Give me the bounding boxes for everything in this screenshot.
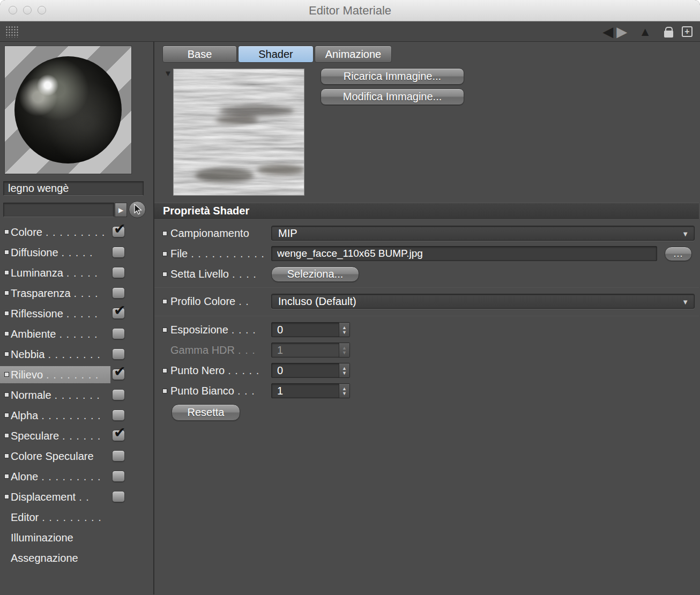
- forward-arrow-icon[interactable]: ▶: [616, 21, 627, 42]
- lock-icon[interactable]: [664, 31, 673, 38]
- punto-bianco-stepper[interactable]: 1 ▲▼: [271, 383, 350, 398]
- preset-menu-button[interactable]: ▶: [115, 203, 127, 217]
- zoom-button[interactable]: [38, 6, 46, 14]
- channel-checkbox[interactable]: ✔: [112, 369, 125, 380]
- channel-row-alpha[interactable]: Alpha. . . . . . . . .: [0, 405, 154, 426]
- separator: [154, 287, 699, 288]
- channel-checkbox[interactable]: [112, 471, 125, 482]
- channel-checkbox[interactable]: [112, 389, 125, 400]
- stepper-arrows[interactable]: ▲▼: [339, 384, 349, 398]
- edit-image-button[interactable]: Modifica Immagine...: [321, 88, 464, 105]
- channel-checkbox[interactable]: ✔: [112, 308, 125, 319]
- punto-nero-stepper[interactable]: 0 ▲▼: [271, 363, 350, 378]
- filter-input[interactable]: [3, 203, 114, 217]
- channel-mini-box[interactable]: [4, 311, 9, 316]
- seleziona-button[interactable]: Seleziona...: [271, 266, 359, 282]
- channel-checkbox[interactable]: [112, 287, 125, 299]
- channel-row-assegnazione[interactable]: Assegnazione: [0, 548, 154, 568]
- param-mini-box[interactable]: [162, 299, 167, 304]
- channel-label: Normale: [11, 389, 51, 401]
- palette-grip-icon[interactable]: [5, 26, 19, 38]
- channel-row-displacement[interactable]: Displacement. .: [0, 487, 154, 507]
- check-icon: ✔: [114, 303, 126, 317]
- channel-row-riflessione[interactable]: Riflessione. . . . . ✔: [0, 303, 154, 324]
- channel-label: Alone: [11, 471, 38, 482]
- esposizione-stepper[interactable]: 0 ▲▼: [271, 322, 350, 337]
- param-label: Setta Livello: [170, 268, 229, 280]
- channel-mini-box[interactable]: [4, 331, 9, 336]
- channel-row-alone[interactable]: Alone. . . . . . . . .: [0, 466, 154, 487]
- channel-row-colore-speculare[interactable]: Colore Speculare: [0, 446, 154, 466]
- spin-up-icon[interactable]: ▲: [342, 386, 347, 391]
- channel-row-colore[interactable]: Colore. . . . . . . . . ✔: [0, 222, 154, 242]
- channel-row-diffusione[interactable]: Diffusione. . . . .: [0, 242, 154, 263]
- channel-row-speculare[interactable]: Speculare. . . . . . ✔: [0, 426, 154, 446]
- material-preview[interactable]: [4, 46, 132, 174]
- channel-checkbox[interactable]: [112, 491, 125, 502]
- spin-down-icon[interactable]: ▼: [342, 391, 347, 396]
- channel-mini-box[interactable]: [4, 392, 9, 397]
- spin-down-icon[interactable]: ▼: [342, 371, 347, 375]
- close-button[interactable]: [9, 6, 17, 14]
- disclosure-triangle-icon[interactable]: ▼: [164, 69, 172, 78]
- channel-label: Alpha: [11, 410, 38, 421]
- add-icon[interactable]: +: [682, 26, 692, 37]
- channel-row-ambiente[interactable]: Ambiente. . . . . .: [0, 324, 154, 344]
- channel-mini-box[interactable]: [4, 433, 9, 438]
- reload-image-button[interactable]: Ricarica Immagine...: [321, 68, 464, 85]
- channel-label: Diffusione: [11, 247, 58, 258]
- param-mini-box[interactable]: [162, 231, 167, 236]
- spin-up-icon[interactable]: ▲: [342, 366, 347, 370]
- pick-material-button[interactable]: [129, 201, 146, 218]
- profilo-colore-dropdown[interactable]: Incluso (Default) ▼: [271, 294, 695, 309]
- channel-checkbox[interactable]: [112, 267, 125, 278]
- tab-shader[interactable]: Shader: [238, 46, 314, 63]
- channel-checkbox[interactable]: [112, 410, 125, 421]
- material-name-input[interactable]: [3, 181, 144, 196]
- param-mini-box[interactable]: [162, 368, 167, 373]
- channel-mini-box[interactable]: [4, 352, 9, 356]
- back-arrow-icon[interactable]: ◀: [602, 21, 613, 42]
- channel-row-illuminazione[interactable]: Illuminazione: [0, 527, 154, 548]
- channel-row-luminanza[interactable]: Luminanza. . . . .: [0, 263, 154, 283]
- browse-file-button[interactable]: ...: [665, 247, 692, 261]
- channel-row-rilievo[interactable]: Rilievo. . . . . . . . ✔: [0, 365, 154, 385]
- channel-row-normale[interactable]: Normale. . . . . . .: [0, 385, 154, 405]
- channel-mini-box[interactable]: [4, 229, 9, 234]
- channel-checkbox[interactable]: [112, 328, 125, 339]
- channel-mini-box[interactable]: [4, 270, 9, 275]
- param-mini-box[interactable]: [162, 389, 167, 393]
- channel-checkbox[interactable]: [112, 450, 125, 462]
- dropdown-value: MIP: [278, 227, 297, 240]
- file-path-input[interactable]: [271, 246, 657, 261]
- campionamento-dropdown[interactable]: MIP ▼: [271, 226, 695, 241]
- tab-animazione[interactable]: Animazione: [315, 46, 392, 63]
- channel-mini-box[interactable]: [4, 474, 9, 479]
- channel-mini-box[interactable]: [4, 494, 9, 499]
- channel-checkbox[interactable]: ✔: [112, 226, 125, 237]
- channel-checkbox[interactable]: ✔: [112, 430, 125, 441]
- spin-down-icon[interactable]: ▼: [342, 330, 347, 334]
- param-mini-box[interactable]: [162, 328, 167, 332]
- up-arrow-icon[interactable]: ▲: [639, 21, 651, 42]
- reset-button[interactable]: Resetta: [172, 404, 240, 421]
- minimize-button[interactable]: [23, 6, 32, 14]
- stepper-arrows[interactable]: ▲▼: [339, 363, 349, 377]
- row-file: File. . . . . . . . . . . ...: [154, 246, 699, 261]
- channel-row-nebbia[interactable]: Nebbia. . . . . . . .: [0, 344, 154, 365]
- channel-row-trasparenza[interactable]: Trasparenza. . . .: [0, 283, 154, 303]
- channel-mini-box[interactable]: [4, 413, 9, 418]
- texture-thumbnail[interactable]: [173, 69, 304, 196]
- channel-mini-box[interactable]: [4, 372, 9, 377]
- channel-mini-box[interactable]: [4, 250, 9, 255]
- spin-up-icon[interactable]: ▲: [342, 325, 347, 330]
- channel-checkbox[interactable]: [112, 348, 125, 360]
- channel-mini-box[interactable]: [4, 291, 9, 295]
- channel-row-editor[interactable]: Editor. . . . . . . . .: [0, 507, 154, 527]
- param-mini-box[interactable]: [162, 251, 167, 256]
- channel-mini-box[interactable]: [4, 453, 9, 458]
- tab-base[interactable]: Base: [162, 46, 237, 63]
- param-mini-box[interactable]: [162, 272, 167, 277]
- channel-checkbox[interactable]: [112, 247, 125, 258]
- stepper-arrows[interactable]: ▲▼: [339, 323, 349, 337]
